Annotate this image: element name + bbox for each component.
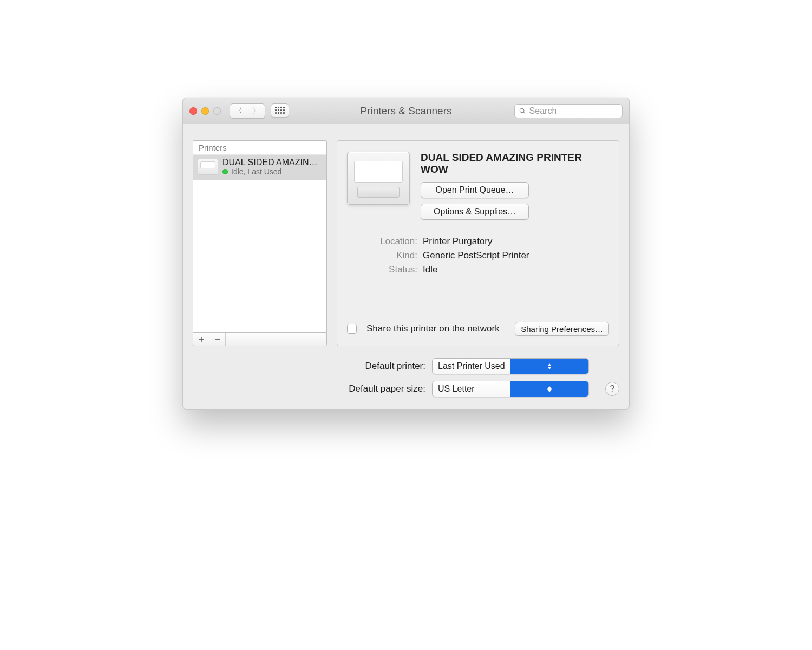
window-traffic-lights [189,107,221,115]
sharing-preferences-button[interactable]: Sharing Preferences… [515,322,609,336]
printer-list-header: Printers [193,141,326,155]
default-paper-label: Default paper size: [193,384,425,394]
default-printer-row: Default printer: Last Printer Used [193,358,619,374]
share-row: Share this printer on the network Sharin… [347,300,609,336]
close-window-button[interactable] [189,107,197,115]
toolbar-nav: 〈 〉 [230,103,289,119]
search-input[interactable] [529,106,618,116]
window-body: Printers DUAL SIDED AMAZIN… Idle, Last U… [183,124,629,409]
kind-label: Kind: [347,250,423,261]
grid-icon [275,107,285,114]
default-paper-select[interactable]: US Letter [432,381,589,397]
open-print-queue-button[interactable]: Open Print Queue… [421,182,529,198]
status-label: Status: [347,264,423,275]
printer-list-item[interactable]: DUAL SIDED AMAZIN… Idle, Last Used [193,155,326,180]
printer-item-status-text: Idle, Last Used [231,167,281,176]
default-paper-value: US Letter [433,384,510,394]
printer-item-status: Idle, Last Used [222,167,322,176]
chevron-left-icon: 〈 [234,106,243,116]
detail-buttons: Open Print Queue… Options & Supplies… [421,182,529,220]
defaults-section: Default printer: Last Printer Used Defau… [193,358,619,397]
zoom-window-button[interactable] [213,107,221,115]
printer-sidebar: Printers DUAL SIDED AMAZIN… Idle, Last U… [193,140,327,346]
select-stepper-icon [510,359,588,374]
titlebar: 〈 〉 Printers & Scanners [183,98,629,124]
spacer [226,333,326,346]
location-label: Location: [347,236,423,247]
printer-item-meta: DUAL SIDED AMAZIN… Idle, Last Used [222,158,322,176]
select-stepper-icon [510,381,588,396]
minimize-window-button[interactable] [201,107,209,115]
printer-detail-panel: DUAL SIDED AMAZING PRINTER WOW Open Prin… [337,140,619,346]
status-dot-icon [222,169,228,174]
back-button[interactable]: 〈 [230,104,247,118]
kind-value: Generic PostScript Printer [423,250,609,261]
printer-icon [198,159,218,175]
detail-top: DUAL SIDED AMAZING PRINTER WOW Open Prin… [347,152,609,220]
options-supplies-button[interactable]: Options & Supplies… [421,204,529,220]
remove-printer-button[interactable]: － [209,333,226,346]
search-field-container[interactable] [514,104,623,118]
printer-list: Printers DUAL SIDED AMAZIN… Idle, Last U… [193,140,327,332]
printer-list-actions: ＋ － [193,332,327,346]
status-value: Idle [423,264,609,275]
chevron-right-icon: 〉 [252,106,260,116]
printer-title: DUAL SIDED AMAZING PRINTER WOW [421,152,609,176]
share-printer-label: Share this printer on the network [366,323,500,334]
default-printer-select[interactable]: Last Printer Used [432,358,589,374]
printer-item-name: DUAL SIDED AMAZIN… [222,158,322,167]
help-button[interactable]: ? [605,382,619,396]
share-printer-checkbox[interactable] [347,324,357,334]
location-value: Printer Purgatory [423,236,609,247]
forward-button[interactable]: 〉 [247,104,265,118]
default-paper-row: Default paper size: US Letter ? [193,381,619,397]
back-forward-segment: 〈 〉 [230,103,265,119]
panes: Printers DUAL SIDED AMAZIN… Idle, Last U… [193,140,619,346]
detail-right: DUAL SIDED AMAZING PRINTER WOW Open Prin… [421,152,609,220]
search-icon [519,107,526,115]
printer-properties: Location: Printer Purgatory Kind: Generi… [347,236,609,275]
add-printer-button[interactable]: ＋ [193,333,209,346]
printer-large-icon [347,152,410,205]
show-all-button[interactable] [271,103,289,118]
preferences-window: 〈 〉 Printers & Scanners Printers [182,98,630,410]
default-printer-value: Last Printer Used [433,361,510,371]
default-printer-label: Default printer: [193,361,425,372]
